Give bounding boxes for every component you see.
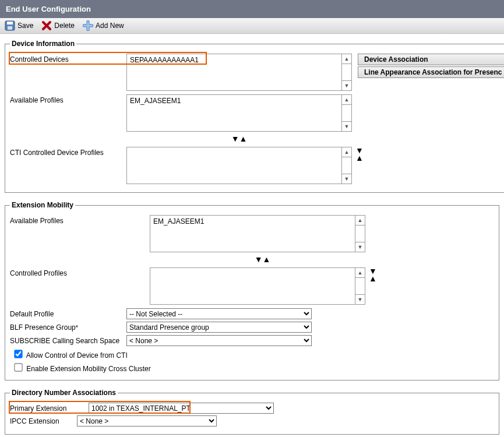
svg-rect-2 xyxy=(8,26,12,30)
em-available-profiles-listbox[interactable]: EM_AJASEEM1 xyxy=(150,215,355,252)
available-profiles-label: Available Profiles xyxy=(10,94,126,104)
em-controlled-profiles-label: Controlled Profiles xyxy=(10,267,150,277)
scrollbar[interactable]: ▲ ▼ xyxy=(355,267,365,305)
scroll-up-icon[interactable]: ▲ xyxy=(342,95,351,105)
scroll-up-icon[interactable]: ▲ xyxy=(355,216,365,225)
scroll-up-icon[interactable]: ▲ xyxy=(342,147,351,157)
scrollbar[interactable]: ▲ ▼ xyxy=(355,215,365,252)
add-new-button[interactable]: Add New xyxy=(83,20,124,31)
allow-cti-label: Allow Control of Device from CTI xyxy=(26,351,128,360)
scrollbar[interactable]: ▲ ▼ xyxy=(342,94,352,132)
default-profile-select[interactable]: -- Not Selected -- xyxy=(126,308,312,319)
line-appearance-button[interactable]: Line Appearance Association for Presenc xyxy=(358,66,504,78)
move-up-icon[interactable]: ▲ xyxy=(369,275,377,283)
add-new-label: Add New xyxy=(96,22,124,30)
page-title: End User Configuration xyxy=(6,5,91,13)
blf-presence-select[interactable]: Standard Presence group xyxy=(126,322,312,333)
save-label: Save xyxy=(17,22,33,30)
move-up-icon[interactable]: ▲ xyxy=(355,154,364,162)
delete-icon xyxy=(41,20,52,31)
scrollbar[interactable]: ▲ ▼ xyxy=(342,54,352,91)
delete-label: Delete xyxy=(54,22,75,30)
move-down-icon[interactable]: ▼ xyxy=(255,255,263,264)
allow-cti-checkbox[interactable] xyxy=(14,350,22,358)
em-available-profiles-item[interactable]: EM_AJASEEM1 xyxy=(153,217,352,225)
subscribe-css-select[interactable]: < None > xyxy=(126,335,312,346)
available-profiles-item[interactable]: EM_AJASEEM1 xyxy=(130,97,339,105)
scroll-up-icon[interactable]: ▲ xyxy=(342,54,351,64)
ipcc-extension-select[interactable]: < None > xyxy=(77,415,217,427)
controlled-devices-item[interactable]: SEPAAAAAAAAAAA1 xyxy=(130,56,339,64)
device-info-legend: Device Information xyxy=(10,40,76,48)
scroll-down-icon[interactable]: ▼ xyxy=(342,121,351,131)
toolbar: Save Delete Add New xyxy=(0,18,504,34)
enable-emcc-checkbox[interactable] xyxy=(14,363,22,371)
ext-mobility-legend: Extension Mobility xyxy=(10,201,75,209)
move-up-icon[interactable]: ▲ xyxy=(239,134,248,143)
ipcc-extension-label: IPCC Extension xyxy=(10,417,77,425)
controlled-devices-listbox[interactable]: SEPAAAAAAAAAAA1 xyxy=(126,54,342,91)
move-updown-controls: ▼ ▲ xyxy=(369,267,377,283)
dn-associations-fieldset: Directory Number Associations Primary Ex… xyxy=(5,389,499,435)
enable-emcc-label: Enable Extension Mobility Cross Cluster xyxy=(26,365,150,373)
blf-presence-label: BLF Presence Group* xyxy=(10,322,126,332)
scrollbar[interactable]: ▲ ▼ xyxy=(342,147,352,184)
em-available-profiles-label: Available Profiles xyxy=(10,215,150,225)
scroll-up-icon[interactable]: ▲ xyxy=(355,268,365,278)
svg-rect-1 xyxy=(7,22,13,24)
primary-extension-select[interactable]: 1002 in TEXAS_INTERNAL_PT xyxy=(89,403,274,414)
page-header: End User Configuration xyxy=(0,0,504,18)
move-up-icon[interactable]: ▲ xyxy=(263,255,271,264)
scroll-down-icon[interactable]: ▼ xyxy=(355,294,365,304)
em-controlled-profiles-listbox[interactable] xyxy=(150,267,355,305)
device-association-button[interactable]: Device Association xyxy=(358,54,504,65)
scroll-down-icon[interactable]: ▼ xyxy=(355,242,365,252)
scroll-down-icon[interactable]: ▼ xyxy=(342,80,351,90)
cti-profiles-listbox[interactable] xyxy=(126,147,342,184)
plus-icon xyxy=(83,20,93,31)
primary-extension-label: Primary Extension xyxy=(10,404,89,413)
save-icon xyxy=(5,20,15,31)
device-information-fieldset: Device Information Controlled Devices SE… xyxy=(5,40,504,193)
cti-profiles-label: CTI Controlled Device Profiles xyxy=(10,147,126,157)
move-updown-controls: ▼ ▲ xyxy=(355,147,364,162)
available-profiles-listbox[interactable]: EM_AJASEEM1 xyxy=(126,94,342,132)
delete-button[interactable]: Delete xyxy=(41,20,75,31)
extension-mobility-fieldset: Extension Mobility Available Profiles EM… xyxy=(5,201,499,380)
subscribe-css-label: SUBSCRIBE Calling Search Space xyxy=(10,335,126,345)
move-updown-controls: ▼ ▲ xyxy=(150,255,375,264)
save-button[interactable]: Save xyxy=(5,20,33,31)
dn-assoc-legend: Directory Number Associations xyxy=(10,389,118,397)
scroll-down-icon[interactable]: ▼ xyxy=(342,174,351,184)
move-updown-controls: ▼ ▲ xyxy=(126,134,352,143)
default-profile-label: Default Profile xyxy=(10,308,126,318)
move-down-icon[interactable]: ▼ xyxy=(231,134,239,143)
controlled-devices-label: Controlled Devices xyxy=(10,54,126,64)
